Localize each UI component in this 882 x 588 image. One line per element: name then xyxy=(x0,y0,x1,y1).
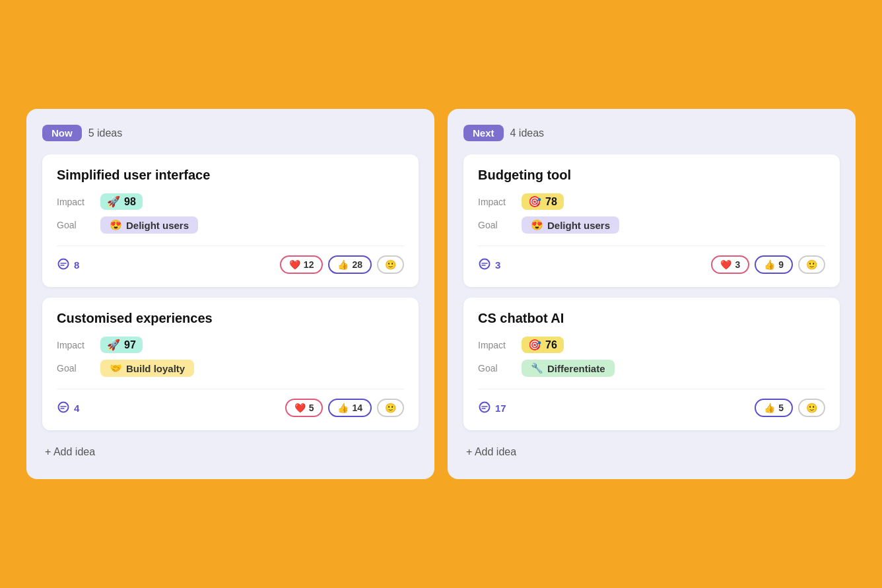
kanban-board: Now 5 ideas Simplified user interface Im… xyxy=(0,82,882,506)
impact-field: Impact 🎯 78 xyxy=(478,193,825,210)
comment-count[interactable]: 8 xyxy=(57,258,79,271)
comment-count[interactable]: 4 xyxy=(57,401,79,414)
card-budgeting-tool: Budgeting tool Impact 🎯 78 Goal 😍 Deligh… xyxy=(463,154,840,287)
thumbs-emoji: 👍 xyxy=(337,403,349,413)
impact-label: Impact xyxy=(57,340,90,350)
heart-count: 12 xyxy=(304,259,314,270)
card-title: Budgeting tool xyxy=(478,168,825,183)
goal-badge: 🔧 Differentiate xyxy=(522,360,615,377)
impact-badge: 🚀 97 xyxy=(100,337,143,353)
thumbs-count: 5 xyxy=(778,403,784,413)
impact-field: Impact 🚀 97 xyxy=(57,337,404,353)
goal-text: Delight users xyxy=(547,220,610,231)
svg-point-6 xyxy=(480,259,490,269)
heart-emoji: ❤️ xyxy=(294,403,306,413)
comment-count[interactable]: 3 xyxy=(478,258,500,271)
emoji-reaction[interactable]: 🙂 xyxy=(377,399,404,417)
comment-count[interactable]: 17 xyxy=(478,401,506,414)
comment-number: 17 xyxy=(495,403,506,414)
goal-label: Goal xyxy=(57,363,90,374)
svg-point-0 xyxy=(59,259,69,269)
goal-field: Goal 🔧 Differentiate xyxy=(478,360,825,377)
goal-text: Build loyalty xyxy=(126,363,185,374)
card-title: CS chatbot AI xyxy=(478,311,825,326)
reaction-group: ❤️ 5 👍 14 🙂 xyxy=(285,399,404,417)
impact-value: 78 xyxy=(545,196,557,208)
impact-emoji: 🎯 xyxy=(528,339,541,351)
goal-label: Goal xyxy=(478,220,511,230)
comment-number: 4 xyxy=(74,403,79,414)
thumbs-reaction[interactable]: 👍 14 xyxy=(328,399,372,417)
emoji-reaction[interactable]: 🙂 xyxy=(377,255,404,274)
reaction-group: ❤️ 3 👍 9 🙂 xyxy=(711,255,825,274)
card-footer: 8 ❤️ 12 👍 28 🙂 xyxy=(57,245,404,274)
smiley-emoji: 🙂 xyxy=(806,403,817,413)
column-next-header: Next 4 ideas xyxy=(463,125,840,141)
card-cs-chatbot-ai: CS chatbot AI Impact 🎯 76 Goal 🔧 Differe… xyxy=(463,298,840,430)
card-footer: 3 ❤️ 3 👍 9 🙂 xyxy=(478,245,825,274)
column-next: Next 4 ideas Budgeting tool Impact 🎯 78 … xyxy=(448,109,856,479)
smiley-emoji: 🙂 xyxy=(385,403,396,413)
goal-text: Differentiate xyxy=(547,363,605,374)
impact-label: Impact xyxy=(478,340,511,350)
goal-emoji: 😍 xyxy=(531,219,543,231)
impact-badge: 🎯 76 xyxy=(522,337,564,353)
comment-number: 8 xyxy=(74,259,79,271)
impact-badge: 🚀 98 xyxy=(100,193,143,210)
impact-value: 76 xyxy=(545,339,557,351)
thumbs-emoji: 👍 xyxy=(764,403,775,413)
emoji-reaction[interactable]: 🙂 xyxy=(798,255,825,274)
reaction-group: ❤️ 12 👍 28 🙂 xyxy=(280,255,404,274)
comment-icon xyxy=(478,401,491,414)
card-title: Simplified user interface xyxy=(57,168,404,183)
card-title: Customised experiences xyxy=(57,311,404,326)
svg-point-3 xyxy=(59,403,69,412)
goal-field: Goal 🤝 Build loyalty xyxy=(57,360,404,377)
heart-count: 5 xyxy=(309,403,314,413)
goal-emoji: 🔧 xyxy=(531,362,543,374)
emoji-reaction[interactable]: 🙂 xyxy=(798,399,825,417)
goal-field: Goal 😍 Delight users xyxy=(57,216,404,234)
card-customised-experiences: Customised experiences Impact 🚀 97 Goal … xyxy=(42,298,419,430)
impact-label: Impact xyxy=(478,197,511,207)
smiley-emoji: 🙂 xyxy=(385,259,396,270)
goal-emoji: 🤝 xyxy=(110,362,122,374)
thumbs-reaction[interactable]: 👍 9 xyxy=(755,255,793,274)
impact-value: 98 xyxy=(124,196,136,208)
heart-reaction[interactable]: ❤️ 5 xyxy=(285,399,323,417)
thumbs-count: 9 xyxy=(778,259,784,270)
goal-label: Goal xyxy=(57,220,90,230)
thumbs-reaction[interactable]: 👍 28 xyxy=(328,255,372,274)
smiley-emoji: 🙂 xyxy=(806,259,817,270)
thumbs-count: 14 xyxy=(352,403,362,413)
now-count: 5 ideas xyxy=(88,127,123,139)
impact-emoji: 🚀 xyxy=(107,195,120,208)
card-simplified-ui: Simplified user interface Impact 🚀 98 Go… xyxy=(42,154,419,287)
column-now: Now 5 ideas Simplified user interface Im… xyxy=(26,109,434,479)
comment-icon xyxy=(478,258,491,271)
thumbs-count: 28 xyxy=(352,259,362,270)
column-now-header: Now 5 ideas xyxy=(42,125,419,141)
reaction-group: 👍 5 🙂 xyxy=(755,399,825,417)
goal-field: Goal 😍 Delight users xyxy=(478,216,825,234)
now-badge: Now xyxy=(42,125,82,141)
goal-badge: 😍 Delight users xyxy=(522,216,619,234)
card-footer: 4 ❤️ 5 👍 14 🙂 xyxy=(57,389,404,417)
goal-label: Goal xyxy=(478,363,511,374)
comment-icon xyxy=(57,401,70,414)
impact-badge: 🎯 78 xyxy=(522,193,564,210)
card-footer: 17 👍 5 🙂 xyxy=(478,389,825,417)
heart-reaction[interactable]: ❤️ 3 xyxy=(711,255,749,274)
impact-label: Impact xyxy=(57,197,90,207)
thumbs-reaction[interactable]: 👍 5 xyxy=(755,399,793,417)
heart-count: 3 xyxy=(735,259,740,270)
comment-number: 3 xyxy=(495,259,500,271)
impact-emoji: 🚀 xyxy=(107,339,120,351)
svg-point-9 xyxy=(480,403,490,412)
add-idea-button-now[interactable]: + Add idea xyxy=(42,441,419,463)
comment-icon xyxy=(57,258,70,271)
add-idea-button-next[interactable]: + Add idea xyxy=(463,441,840,463)
impact-field: Impact 🚀 98 xyxy=(57,193,404,210)
goal-badge: 🤝 Build loyalty xyxy=(100,360,194,377)
heart-reaction[interactable]: ❤️ 12 xyxy=(280,255,323,274)
